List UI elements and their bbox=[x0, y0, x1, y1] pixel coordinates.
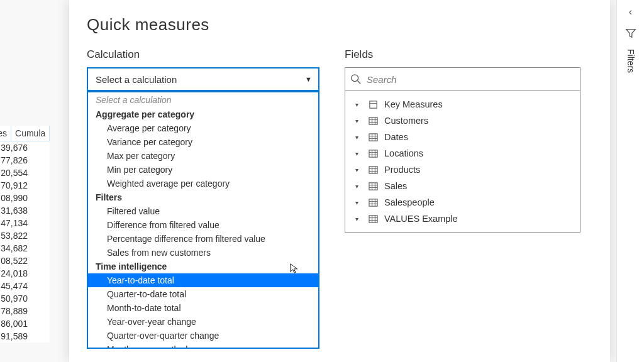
dropdown-group-header: Aggregate per category bbox=[88, 107, 318, 121]
svg-rect-24 bbox=[369, 182, 377, 189]
svg-rect-29 bbox=[369, 199, 377, 206]
svg-rect-9 bbox=[369, 133, 377, 140]
field-tree-item-label: Locations bbox=[384, 148, 423, 158]
chevron-down-icon: ▾ bbox=[355, 167, 362, 173]
chevron-down-icon: ▼ bbox=[305, 75, 312, 83]
dropdown-option[interactable]: Quarter-to-date total bbox=[88, 287, 318, 301]
dropdown-option[interactable]: Year-to-date total bbox=[88, 273, 318, 287]
dropdown-group-header: Filters bbox=[88, 190, 318, 204]
dropdown-option[interactable]: Quarter-over-quarter change bbox=[88, 329, 318, 343]
svg-rect-34 bbox=[369, 215, 377, 222]
bg-table-cell: 20,554 bbox=[0, 167, 31, 179]
svg-rect-14 bbox=[369, 150, 377, 156]
bg-table-cell: 31,638 bbox=[0, 204, 31, 217]
field-tree-item-label: Salespeople bbox=[384, 197, 435, 207]
svg-rect-4 bbox=[369, 117, 377, 124]
table-icon bbox=[368, 214, 378, 224]
background-data-table: Sales Cumula 39,67677,82620,55470,91208,… bbox=[0, 126, 50, 343]
bg-table-cell: 70,912 bbox=[0, 179, 31, 192]
bg-table-cell: 77,826 bbox=[0, 154, 31, 167]
dropdown-option[interactable]: Difference from filtered value bbox=[88, 218, 318, 232]
field-tree-item[interactable]: ▾Key Measures bbox=[345, 96, 580, 112]
dropdown-option[interactable]: Month-to-date total bbox=[88, 301, 318, 315]
dropdown-option[interactable]: Sales from new customers bbox=[88, 246, 318, 260]
bg-col-2-header: Cumula bbox=[11, 126, 50, 141]
filters-rail-label: Filters bbox=[626, 49, 636, 73]
field-tree-item-label: Customers bbox=[384, 116, 428, 126]
table-icon bbox=[368, 149, 378, 158]
chevron-down-icon: ▾ bbox=[355, 199, 362, 206]
dropdown-group-header: Time intelligence bbox=[88, 260, 318, 273]
dropdown-placeholder[interactable]: Select a calculation bbox=[88, 92, 318, 107]
funnel-icon[interactable] bbox=[625, 28, 636, 39]
svg-point-0 bbox=[352, 75, 358, 82]
dialog-title: Quick measures bbox=[87, 15, 592, 35]
bg-table-cell: 91,589 bbox=[0, 330, 31, 343]
fields-tree: ▾Key Measures▾Customers▾Dates▾Locations▾… bbox=[345, 91, 580, 233]
field-tree-item-label: VALUES Example bbox=[384, 214, 458, 224]
table-icon bbox=[368, 116, 378, 126]
field-tree-item-label: Dates bbox=[384, 132, 408, 142]
dropdown-option[interactable]: Weighted average per category bbox=[88, 177, 318, 190]
table-icon bbox=[368, 198, 378, 207]
svg-line-1 bbox=[358, 81, 361, 84]
expand-rail-button[interactable]: ‹ bbox=[629, 6, 632, 18]
chevron-down-icon: ▾ bbox=[355, 150, 362, 157]
field-tree-item-label: Sales bbox=[384, 181, 407, 191]
bg-table-cell: 24,018 bbox=[0, 267, 31, 280]
bg-table-cell: 78,889 bbox=[0, 305, 31, 317]
dropdown-option[interactable]: Average per category bbox=[88, 121, 318, 135]
table-icon bbox=[368, 133, 378, 142]
bg-table-cell: 39,676 bbox=[0, 141, 31, 154]
filters-rail: ‹ Filters bbox=[616, 0, 644, 362]
fields-search[interactable] bbox=[345, 67, 580, 91]
bg-table-cell: 53,822 bbox=[0, 229, 31, 242]
calculation-combo[interactable]: Select a calculation ▼ bbox=[87, 67, 319, 91]
chevron-down-icon: ▾ bbox=[355, 101, 362, 108]
dropdown-option[interactable]: Month-over-month change bbox=[88, 343, 318, 349]
chevron-down-icon: ▾ bbox=[355, 118, 362, 124]
dropdown-option[interactable]: Variance per category bbox=[88, 135, 318, 149]
field-tree-item-label: Products bbox=[384, 165, 420, 175]
svg-rect-19 bbox=[369, 166, 377, 173]
bg-table-cell: 08,522 bbox=[0, 255, 31, 267]
table-icon bbox=[368, 182, 378, 191]
search-icon bbox=[350, 74, 362, 85]
dropdown-option[interactable]: Max per category bbox=[88, 149, 318, 163]
bg-table-cell: 08,990 bbox=[0, 192, 31, 204]
field-tree-item[interactable]: ▾Customers bbox=[345, 112, 580, 129]
field-tree-item-label: Key Measures bbox=[384, 99, 443, 109]
calculation-dropdown[interactable]: Select a calculation Aggregate per categ… bbox=[87, 91, 319, 349]
dropdown-option[interactable]: Filtered value bbox=[88, 204, 318, 218]
bg-col-1-header: Sales bbox=[0, 126, 11, 141]
bg-table-cell: 34,682 bbox=[0, 242, 31, 255]
fields-search-input[interactable] bbox=[367, 74, 575, 85]
field-tree-item[interactable]: ▾Salespeople bbox=[345, 194, 580, 211]
table-icon bbox=[368, 165, 378, 175]
field-tree-item[interactable]: ▾Dates bbox=[345, 129, 580, 145]
bg-table-cell: 50,970 bbox=[0, 292, 31, 305]
dropdown-option[interactable]: Year-over-year change bbox=[88, 315, 318, 329]
chevron-down-icon: ▾ bbox=[355, 216, 362, 222]
measure-icon bbox=[368, 100, 378, 109]
field-tree-item[interactable]: ▾VALUES Example bbox=[345, 211, 580, 227]
svg-rect-2 bbox=[369, 101, 376, 107]
quick-measures-dialog: Quick measures Calculation Select a calc… bbox=[69, 0, 610, 362]
chevron-down-icon: ▾ bbox=[355, 134, 362, 141]
calculation-section-label: Calculation bbox=[87, 48, 319, 61]
fields-section-label: Fields bbox=[345, 48, 580, 61]
dropdown-option[interactable]: Percentage difference from filtered valu… bbox=[88, 232, 318, 246]
dropdown-option[interactable]: Min per category bbox=[88, 163, 318, 177]
chevron-down-icon: ▾ bbox=[355, 183, 362, 190]
bg-table-cell: 45,474 bbox=[0, 280, 31, 292]
field-tree-item[interactable]: ▾Locations bbox=[345, 145, 580, 162]
field-tree-item[interactable]: ▾Products bbox=[345, 162, 580, 178]
calculation-combo-placeholder: Select a calculation bbox=[96, 74, 177, 85]
field-tree-item[interactable]: ▾Sales bbox=[345, 178, 580, 194]
bg-table-cell: 86,001 bbox=[0, 317, 31, 330]
bg-table-cell: 47,134 bbox=[0, 217, 31, 229]
